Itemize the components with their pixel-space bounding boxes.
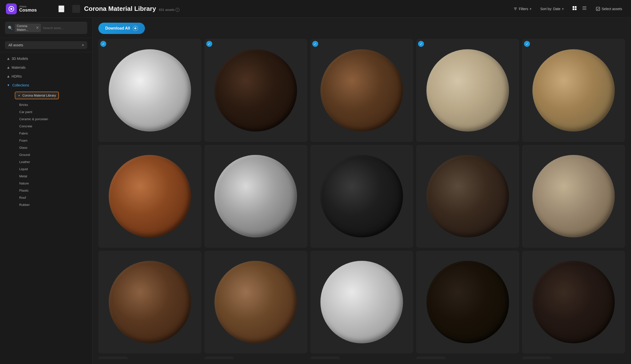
material-card-16[interactable] xyxy=(98,356,128,359)
material-card-3[interactable]: ✓ xyxy=(310,39,413,142)
sidebar-item-foam[interactable]: Foam xyxy=(2,137,90,144)
sidebar: 🔍 Corona Materi... ✕ All assets ▾ ▶ 3D M… xyxy=(0,18,92,364)
filters-chevron-icon: ▾ xyxy=(530,7,531,11)
search-tag: Corona Materi... ✕ xyxy=(15,24,41,32)
grid-view-button[interactable] xyxy=(570,4,579,13)
sidebar-item-bricks[interactable]: Bricks xyxy=(2,101,90,108)
grid-container: ✓ ✓ ✓ ✓ xyxy=(98,39,625,359)
sidebar-item-hdris[interactable]: ▶ HDRIs xyxy=(2,72,90,81)
sidebar-item-corona-material-library[interactable]: ▼ Corona Material Library xyxy=(2,90,90,101)
check-badge-2: ✓ xyxy=(206,41,212,47)
material-grid: ✓ ✓ ✓ ✓ xyxy=(98,39,625,359)
download-icon xyxy=(133,26,138,31)
main-layout: 🔍 Corona Materi... ✕ All assets ▾ ▶ 3D M… xyxy=(0,18,631,364)
material-card-8[interactable] xyxy=(310,145,413,248)
sidebar-item-ceramic[interactable]: Ceramic & porcelain xyxy=(2,116,90,123)
select-icon xyxy=(596,7,600,11)
sidebar-item-fabric[interactable]: Fabric xyxy=(2,130,90,137)
corona-lib-chevron-icon: ▼ xyxy=(18,94,21,97)
topbar: chaos Cosmos ⋯ Corona Material Library 6… xyxy=(0,0,631,18)
sidebar-item-glass[interactable]: Glass xyxy=(2,144,90,151)
asset-type-filter[interactable]: All assets ▾ xyxy=(5,41,87,49)
logo-icon xyxy=(6,4,17,14)
material-card-13[interactable] xyxy=(310,251,413,354)
page-title: Corona Material Library xyxy=(84,5,156,12)
filter-icon xyxy=(513,7,517,11)
material-card-10[interactable] xyxy=(522,145,625,248)
title-area: Corona Material Library 631 assets i xyxy=(84,5,507,12)
menu-dots-button[interactable]: ⋯ xyxy=(58,6,64,12)
material-card-12[interactable] xyxy=(204,251,307,354)
svg-rect-10 xyxy=(582,8,586,8)
sphere-14 xyxy=(426,261,509,343)
material-card-20[interactable] xyxy=(522,356,552,359)
sidebar-item-rubber[interactable]: Rubber xyxy=(2,201,90,208)
square-icon xyxy=(72,5,80,13)
filters-button[interactable]: Filters ▾ xyxy=(511,6,534,12)
svg-rect-8 xyxy=(575,8,576,10)
sphere-11 xyxy=(109,261,191,343)
sphere-5 xyxy=(532,49,615,132)
sphere-15 xyxy=(532,261,615,343)
svg-rect-12 xyxy=(596,7,600,10)
sidebar-item-concrete[interactable]: Concrete xyxy=(2,123,90,130)
content-area: Download All ✓ ✓ xyxy=(92,18,631,364)
collections-chevron-icon: ▼ xyxy=(7,84,10,87)
svg-rect-5 xyxy=(573,6,574,8)
sphere-7 xyxy=(214,155,297,238)
sidebar-item-plastic[interactable]: Plastic xyxy=(2,187,90,194)
sidebar-filter-area: All assets ▾ xyxy=(0,38,92,52)
sidebar-item-roof[interactable]: Roof xyxy=(2,194,90,201)
grid-icon xyxy=(572,6,577,10)
material-card-14[interactable] xyxy=(416,251,519,354)
material-card-17[interactable] xyxy=(204,356,234,359)
select-assets-button[interactable]: Select assets xyxy=(593,5,625,12)
sidebar-item-3d-models[interactable]: ▶ 3D Models xyxy=(2,54,90,63)
material-card-11[interactable] xyxy=(98,251,201,354)
sphere-12 xyxy=(214,261,297,343)
check-badge-5: ✓ xyxy=(524,41,530,47)
svg-rect-7 xyxy=(573,8,574,10)
sphere-13 xyxy=(321,261,403,343)
svg-point-1 xyxy=(10,8,12,10)
sphere-8 xyxy=(321,155,403,238)
material-card-7[interactable] xyxy=(204,145,307,248)
list-view-button[interactable] xyxy=(580,4,589,13)
material-card-6[interactable] xyxy=(98,145,201,248)
sidebar-item-car-paint[interactable]: Car paint xyxy=(2,108,90,116)
material-card-18[interactable] xyxy=(310,356,340,359)
sphere-3 xyxy=(321,49,403,132)
materials-chevron-icon: ▶ xyxy=(7,66,10,69)
sidebar-item-ground[interactable]: Ground xyxy=(2,151,90,158)
topbar-actions: Filters ▾ Sort by: Date ▾ xyxy=(511,4,625,13)
material-card-2[interactable]: ✓ xyxy=(204,39,307,142)
material-card-19[interactable] xyxy=(416,356,446,359)
sidebar-item-leather[interactable]: Leather xyxy=(2,158,90,166)
sphere-1 xyxy=(109,49,191,132)
sidebar-item-materials[interactable]: ▶ Materials xyxy=(2,63,90,72)
sidebar-item-metal[interactable]: Metal xyxy=(2,173,90,180)
asset-count: 631 assets i xyxy=(159,8,179,12)
filter-chevron-icon: ▾ xyxy=(82,43,84,47)
material-card-15[interactable] xyxy=(522,251,625,354)
sphere-9 xyxy=(426,155,509,238)
sidebar-item-collections[interactable]: ▼ Collections xyxy=(2,81,90,90)
view-toggle xyxy=(570,4,589,13)
search-bar: 🔍 Corona Materi... ✕ xyxy=(5,22,87,34)
search-input[interactable] xyxy=(43,26,84,30)
search-tag-close-button[interactable]: ✕ xyxy=(36,26,39,30)
svg-rect-9 xyxy=(582,6,586,7)
sort-chevron-icon: ▾ xyxy=(562,7,564,11)
info-icon[interactable]: i xyxy=(175,8,179,12)
download-all-button[interactable]: Download All xyxy=(98,23,145,34)
sort-button[interactable]: Sort by: Date ▾ xyxy=(538,6,566,12)
hdris-chevron-icon: ▶ xyxy=(7,75,10,78)
sidebar-item-liquid[interactable]: Liquid xyxy=(2,166,90,173)
material-card-1[interactable]: ✓ xyxy=(98,39,201,142)
material-card-9[interactable] xyxy=(416,145,519,248)
material-card-5[interactable]: ✓ xyxy=(522,39,625,142)
material-card-4[interactable]: ✓ xyxy=(416,39,519,142)
list-icon xyxy=(582,6,587,10)
sidebar-item-nature[interactable]: Nature xyxy=(2,180,90,187)
download-bar: Download All xyxy=(98,23,625,34)
